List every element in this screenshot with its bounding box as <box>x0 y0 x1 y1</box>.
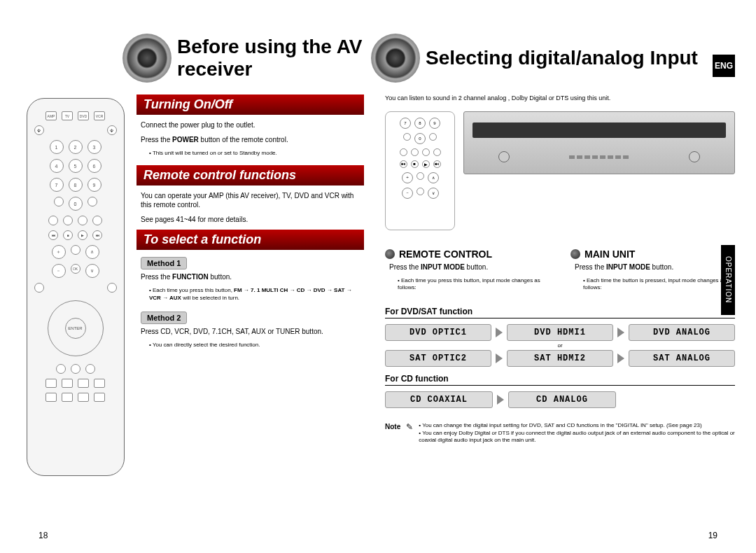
mini-ch-dn: ∨ <box>428 188 439 199</box>
method2-badge: Method 2 <box>141 312 187 324</box>
m1-p: Press the FUNCTION button. <box>141 272 360 281</box>
remote-num-8: 8 <box>69 178 83 192</box>
speaker-icon <box>371 34 420 83</box>
remote-mode-tv: TV <box>62 111 73 120</box>
remote-mode-dvd: DVD <box>78 111 89 120</box>
arrow-icon <box>617 328 624 337</box>
remote-night <box>92 216 102 225</box>
dot-icon <box>385 249 395 259</box>
unit-knob-left <box>498 151 510 162</box>
remote-ok: OK <box>71 264 80 274</box>
remote-prev: ⏮ <box>48 230 58 240</box>
note-label: Note <box>385 422 400 444</box>
power-icon: ⏻ <box>34 125 44 135</box>
remote-sleep <box>54 197 64 206</box>
lcd-cd-coaxial: CD COAXIAL <box>385 391 493 408</box>
remote-vol-dn: － <box>52 264 66 278</box>
lcd-sat-hdmi2: SAT HDMI2 <box>507 350 613 367</box>
rc-p: Press the INPUT MODE button. <box>389 262 545 272</box>
mini-b <box>411 148 419 156</box>
unit-lcd <box>472 122 726 138</box>
mu-p: Press the INPUT MODE button. <box>575 262 731 272</box>
remote-num-9: 9 <box>88 178 102 192</box>
remote-tuning-mode <box>107 283 117 293</box>
remote-num-5: 5 <box>69 159 83 173</box>
remote-bot-5 <box>46 393 57 402</box>
lcd-sat-optic2: SAT OPTIC2 <box>385 350 491 367</box>
remote-info <box>56 364 66 374</box>
lcd-sat-analog: SAT ANALOG <box>629 350 735 367</box>
mini-ch-up: ∧ <box>428 172 439 183</box>
mini-sleep <box>403 133 411 141</box>
mini-stop: ■ <box>411 160 419 168</box>
lcd-dvd-analog: DVD ANALOG <box>629 324 735 341</box>
cd-heading: For CD function <box>385 374 735 386</box>
remote-tuner-mem <box>85 364 95 374</box>
left-column: Before using the AV receiver Turning On/… <box>136 28 371 532</box>
remote-bot-8 <box>94 393 105 402</box>
m1-bullet: Each time you press this button, FM → 7.… <box>149 287 360 302</box>
remote-num-2: 2 <box>69 140 83 154</box>
mini-0: 0 <box>414 133 426 144</box>
mini-input <box>429 133 437 141</box>
main-unit-illustration <box>463 111 735 174</box>
mini-vol-dn: － <box>402 188 413 199</box>
mini-c <box>422 148 430 156</box>
cd-row: CD COAXIAL CD ANALOG <box>385 391 616 408</box>
remote-subwoofer <box>63 216 73 225</box>
remote-num-7: 7 <box>50 178 64 192</box>
remote-bot-1 <box>46 379 57 388</box>
remote-num-1: 1 <box>50 140 64 154</box>
mini-prev: ⏮ <box>400 160 407 168</box>
remote-vol-up: ＋ <box>52 245 66 259</box>
arrow-icon <box>496 328 503 337</box>
mini-d <box>433 148 441 156</box>
remote-mode-amp: AMP <box>46 111 57 120</box>
mini-remote-illustration: 789 0 ⏮■▶⏭ ＋∧ －∨ <box>385 111 455 230</box>
remote-bot-3 <box>78 379 89 388</box>
remote-dpad: ENTER <box>48 300 104 356</box>
right-header: Selecting digital/analog Input <box>385 28 735 88</box>
mini-8: 8 <box>414 118 426 129</box>
note-block: Note ✎ You can change the digital input … <box>385 422 735 444</box>
unit-knob-right <box>689 151 700 162</box>
note-2: You can enjoy Dolby Digital or DTS if yo… <box>419 430 735 444</box>
main-unit-subheading: MAIN UNIT <box>570 248 735 260</box>
remote-num-4: 4 <box>50 159 64 173</box>
or-label: or <box>385 342 735 349</box>
arrow-icon <box>497 395 504 405</box>
lcd-cd-analog: CD ANALOG <box>508 391 616 408</box>
remote-exes <box>48 216 58 225</box>
unit-buttons <box>569 155 629 159</box>
s1-bullet: This unit will be turned on or set to St… <box>149 150 360 157</box>
s2-p2: See pages 41~44 for more details. <box>141 215 360 224</box>
hardware-illustrations: 789 0 ⏮■▶⏭ ＋∧ －∨ <box>385 111 735 236</box>
remote-input-mode <box>88 197 97 206</box>
remote-control-illustration: AMP TV DVD VCR ⏻ ⏻ 1 2 3 4 5 6 7 <box>27 98 125 476</box>
remote-next: ⏭ <box>92 230 102 240</box>
s2-p1: You can operate your AMP (this AV receiv… <box>141 191 360 209</box>
mini-mute <box>416 172 424 180</box>
standby-icon: ⏻ <box>107 125 117 135</box>
left-title: Before using the AV receiver <box>177 36 364 80</box>
remote-menu <box>34 283 44 293</box>
remote-bot-4 <box>94 379 105 388</box>
mini-play: ▶ <box>422 160 430 168</box>
mini-7: 7 <box>400 118 411 129</box>
right-column: Selecting digital/analog Input You can l… <box>378 28 735 532</box>
remote-num-6: 6 <box>88 159 102 173</box>
left-header: Before using the AV receiver <box>136 28 364 88</box>
remote-stop: ■ <box>63 230 73 240</box>
mini-ok <box>416 188 424 195</box>
mu-bullet: Each time the button is pressed, input m… <box>583 277 731 292</box>
page-spread: AMP TV DVD VCR ⏻ ⏻ 1 2 3 4 5 6 7 <box>21 28 735 532</box>
dot-icon <box>570 249 580 259</box>
page-number-right: 19 <box>708 531 718 540</box>
s1-p1: Connect the power plug to the outlet. <box>141 120 360 130</box>
rc-bullet: Each time you press this button, input m… <box>398 277 545 292</box>
mini-9: 9 <box>429 118 440 129</box>
remote-ch-up: ∧ <box>85 245 99 259</box>
remote-bot-2 <box>62 379 73 388</box>
dvdsat-heading: For DVD/SAT function <box>385 307 735 318</box>
mini-a <box>400 148 407 156</box>
